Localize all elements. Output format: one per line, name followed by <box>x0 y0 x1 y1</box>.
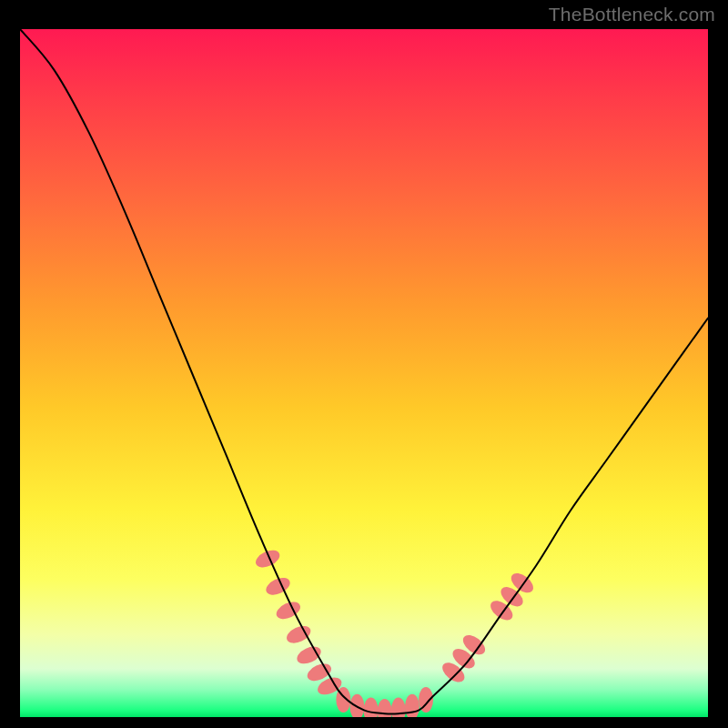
watermark-text: TheBottleneck.com <box>549 4 715 25</box>
chart-plot-area <box>20 29 708 717</box>
chart-marker <box>364 697 379 717</box>
chart-curve <box>20 29 708 714</box>
chart-marker <box>349 694 364 717</box>
chart-marker <box>253 547 282 571</box>
chart-marker <box>284 622 313 646</box>
chart-svg <box>20 29 708 717</box>
chart-marker <box>294 643 323 667</box>
chart-frame <box>18 27 710 719</box>
chart-markers <box>253 547 537 717</box>
